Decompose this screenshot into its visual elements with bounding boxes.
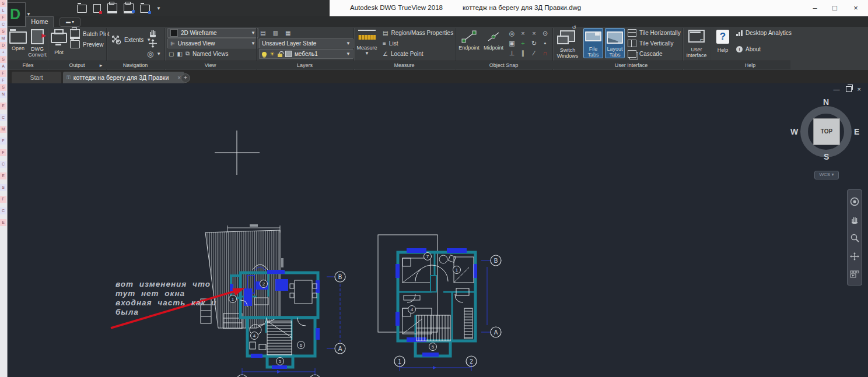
layer-dropdown[interactable]: ☀ мебель1 ▼ xyxy=(259,49,354,59)
endpoint-button[interactable]: Endpoint xyxy=(457,28,481,51)
viewcube-south[interactable]: S xyxy=(824,152,829,161)
desktop-analytics-button[interactable]: Desktop Analytics xyxy=(736,28,792,37)
file-tabs-button[interactable]: File Tabs xyxy=(583,28,603,58)
osnap-node-icon[interactable]: × xyxy=(517,29,528,38)
pan-button[interactable] xyxy=(148,28,158,37)
measure-button[interactable]: Measure ▼ xyxy=(356,28,378,57)
layer-freeze-sun-icon[interactable]: ☀ xyxy=(270,51,275,57)
view-shaded-icon: ◧ xyxy=(177,51,182,57)
osnap-none-icon[interactable]: × xyxy=(528,29,540,38)
full-navigation-wheel-icon[interactable] xyxy=(850,197,859,206)
layer-state-icon[interactable]: ▥ xyxy=(272,30,278,36)
osnap-perpendicular-icon[interactable]: ⊥ xyxy=(506,48,517,58)
output-expander-icon[interactable]: ▸ xyxy=(98,62,104,69)
zoom-extents-button[interactable]: Extents ▼ xyxy=(111,35,151,44)
tile-vertically-button[interactable]: Tile Vertically xyxy=(628,38,674,48)
batch-plot-icon[interactable] xyxy=(124,3,134,13)
pan-3d-button[interactable] xyxy=(148,38,158,48)
osnap-point-icon[interactable]: • xyxy=(540,38,551,48)
ribbon-tab-home[interactable]: Home xyxy=(26,16,54,27)
dwg-convert-button[interactable]: DWG Convert xyxy=(28,28,47,58)
application-button[interactable]: D xyxy=(5,2,26,27)
application-menu-caret-icon[interactable]: ▼ xyxy=(26,12,31,17)
open-icon[interactable] xyxy=(77,5,87,13)
layer-unlock-icon[interactable] xyxy=(278,54,282,57)
help-button[interactable]: ? Help xyxy=(714,28,732,53)
steering-wheel-button[interactable]: ◎ ▼ xyxy=(147,49,161,58)
preview-button[interactable]: Preview xyxy=(70,40,104,49)
dwg-convert-icon[interactable] xyxy=(93,4,101,13)
background-row-tile: F xyxy=(0,149,6,156)
layer-state-dropdown[interactable]: Unsaved Layer State ▼ xyxy=(259,38,354,48)
wcs-menu[interactable]: WCS ▾ xyxy=(814,171,839,179)
steering-wheel-caret-icon[interactable]: ▼ xyxy=(156,51,161,57)
osnap-settings-icon[interactable]: ⊙ xyxy=(540,29,551,38)
save-icon[interactable] xyxy=(140,5,150,13)
orbit-tool-icon[interactable] xyxy=(850,252,859,260)
osnap-nearest-icon[interactable]: ∕ xyxy=(528,48,540,58)
qat-menu-caret-icon[interactable]: ▼ xyxy=(156,6,161,11)
region-mass-properties-button[interactable]: ▤ Region/Mass Properties xyxy=(383,28,453,37)
ribbon-options-button[interactable]: ▬ ▾ xyxy=(60,17,80,27)
user-interface-button[interactable]: User Interface xyxy=(685,28,708,58)
visual-style-dropdown[interactable]: 2D Wireframe ▼ xyxy=(167,28,258,38)
cascade-button[interactable]: Cascade xyxy=(628,49,662,58)
plot-button[interactable]: Plot xyxy=(50,28,68,55)
maximize-button[interactable]: □ xyxy=(826,2,844,14)
plot-icon[interactable] xyxy=(107,3,117,13)
layer-on-bulb-icon[interactable] xyxy=(262,52,267,57)
tile-horizontally-label: Tile Horizontally xyxy=(639,30,681,36)
bubble-2: 2 xyxy=(470,358,473,365)
drawing-canvas[interactable]: B A 1 2 1 2 4 5 6 xyxy=(0,83,868,377)
named-views-button[interactable]: ▢ ◧ ⧉ Named Views xyxy=(169,49,229,58)
layout-tabs-button[interactable]: Layout Tabs xyxy=(605,28,625,58)
zoom-extents-icon xyxy=(111,34,121,45)
layer-isolate-icon[interactable]: ▦ xyxy=(285,30,290,36)
drawing-restore-icon[interactable] xyxy=(846,86,852,92)
batch-plot-button[interactable]: Batch Plot xyxy=(70,29,110,38)
show-motion-icon[interactable] xyxy=(850,270,859,278)
background-row-tile: F xyxy=(0,138,6,145)
drawing-content: B A 1 2 1 2 4 5 6 xyxy=(0,83,868,377)
layer-properties-icon[interactable]: ▤ xyxy=(260,30,265,36)
osnap-insertion-icon[interactable]: ▣ xyxy=(506,38,517,48)
open-button[interactable]: Open xyxy=(9,28,27,51)
osnap-center-icon[interactable]: ◎ xyxy=(506,29,517,38)
viewcube-west[interactable]: W xyxy=(790,127,798,136)
switch-windows-button[interactable]: Switch Windows xyxy=(555,28,580,59)
switch-windows-icon xyxy=(560,30,575,42)
open-folder-icon xyxy=(9,31,27,44)
app-window: Autodesk DWG TrueView 2018коттедж на бер… xyxy=(0,0,868,377)
about-button[interactable]: i About xyxy=(736,44,761,54)
close-button[interactable]: × xyxy=(847,2,864,14)
layer-color-swatch[interactable] xyxy=(285,51,292,57)
endpoint-label: Endpoint xyxy=(459,45,480,51)
viewcube-north[interactable]: N xyxy=(823,97,829,107)
files-panel-label: Files xyxy=(8,62,48,69)
osnap-intersection-icon[interactable]: + xyxy=(517,38,528,48)
osnap-magnet-icon[interactable]: ∩ xyxy=(540,48,551,58)
minimize-button[interactable]: – xyxy=(806,2,824,14)
midpoint-button[interactable]: Midpoint xyxy=(482,28,505,51)
region-label: Region/Mass Properties xyxy=(391,30,453,36)
tile-horizontally-button[interactable]: Tile Horizontally xyxy=(628,28,681,37)
document-tab[interactable]: ⚿ коттедж на берегу для 3Д Правки × xyxy=(63,72,184,83)
ribbon: Home ▬ ▾ Open DWG Convert Plot Batch Plo… xyxy=(0,16,868,70)
measure-ruler-icon xyxy=(358,35,376,40)
desktop-analytics-label: Desktop Analytics xyxy=(746,30,792,36)
drawing-close-icon[interactable]: × xyxy=(858,86,861,93)
list-button[interactable]: ≡ List xyxy=(383,38,398,48)
layers-panel-label: Layers xyxy=(256,62,354,69)
drawing-minimize-icon[interactable]: — xyxy=(834,86,840,93)
osnap-rotate-icon[interactable]: ↻ xyxy=(528,38,540,48)
svg-text:7: 7 xyxy=(426,254,429,259)
zoom-tool-icon[interactable] xyxy=(850,234,859,242)
viewcube-top-face[interactable]: TOP xyxy=(813,118,840,145)
view-state-dropdown[interactable]: ⊫ Unsaved View ▼ xyxy=(167,38,258,48)
start-tab[interactable]: Start xyxy=(12,72,61,83)
new-tab-button[interactable]: + xyxy=(181,73,190,83)
pan-tool-icon[interactable] xyxy=(850,216,859,224)
locate-point-button[interactable]: ∠ Locate Point xyxy=(383,49,424,58)
osnap-parallel-icon[interactable]: ∥ xyxy=(517,48,528,58)
viewcube-east[interactable]: E xyxy=(854,127,859,136)
